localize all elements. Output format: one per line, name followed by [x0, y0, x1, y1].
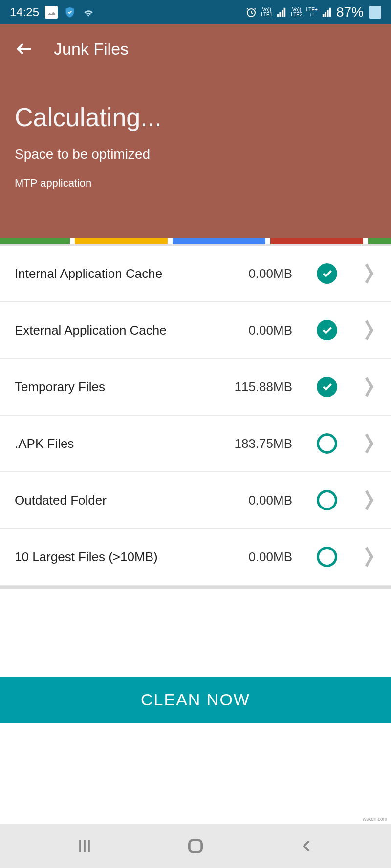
list-item-external-cache[interactable]: External Application Cache 0.00MB	[0, 302, 391, 359]
shield-icon	[64, 6, 76, 19]
scan-detail: MTP application	[15, 177, 376, 190]
junk-list: Internal Application Cache 0.00MB Extern…	[0, 246, 391, 586]
item-label: Temporary Files	[15, 380, 219, 395]
list-item-internal-cache[interactable]: Internal Application Cache 0.00MB	[0, 246, 391, 302]
checkbox[interactable]	[317, 547, 337, 567]
strip-segment	[368, 238, 391, 244]
item-size: 115.88MB	[229, 380, 292, 395]
alarm-icon	[245, 6, 257, 18]
chevron-right-icon[interactable]	[362, 318, 376, 342]
nav-home-button[interactable]	[176, 834, 215, 858]
list-item-apk-files[interactable]: .APK Files 183.75MB	[0, 416, 391, 472]
status-bar: 14:25 Vo)) LTE1 Vo)) LTE2 LTE+ ↓↑ 87%	[0, 0, 391, 24]
item-label: 10 Largest Files (>10MB)	[15, 550, 219, 565]
signal2-icon	[322, 7, 332, 18]
nav-recent-button[interactable]	[65, 834, 104, 858]
clean-now-button[interactable]: CLEAN NOW	[0, 677, 391, 723]
list-item-temp-files[interactable]: Temporary Files 115.88MB	[0, 359, 391, 416]
sim2-indicator: Vo)) LTE2	[291, 7, 302, 17]
battery-percent: 87%	[336, 4, 364, 20]
watermark: wsxdn.com	[363, 816, 387, 822]
battery-icon	[369, 6, 381, 19]
item-size: 0.00MB	[229, 323, 292, 338]
chevron-right-icon[interactable]	[362, 261, 376, 286]
item-label: .APK Files	[15, 436, 219, 451]
list-item-largest-files[interactable]: 10 Largest Files (>10MB) 0.00MB	[0, 529, 391, 586]
item-label: Internal Application Cache	[15, 266, 219, 281]
svg-rect-0	[46, 7, 56, 17]
page-title: Junk Files	[54, 40, 129, 59]
app-bar: Junk Files	[15, 39, 376, 59]
strip-segment	[75, 238, 168, 244]
status-time: 14:25	[10, 5, 39, 19]
wifi-icon	[82, 6, 95, 19]
svg-rect-2	[189, 840, 201, 852]
progress-strip	[0, 238, 391, 244]
chevron-right-icon[interactable]	[362, 545, 376, 569]
check-icon	[321, 381, 333, 393]
strip-segment	[173, 238, 265, 244]
signal1-icon	[276, 7, 287, 18]
checkbox[interactable]	[317, 320, 337, 340]
subtitle: Space to be optimized	[15, 147, 376, 162]
item-label: External Application Cache	[15, 323, 219, 338]
item-size: 183.75MB	[229, 436, 292, 451]
item-size: 0.00MB	[229, 550, 292, 565]
check-icon	[321, 324, 333, 337]
nav-back-button[interactable]	[287, 834, 326, 858]
strip-segment	[270, 238, 363, 244]
checkbox[interactable]	[317, 377, 337, 397]
check-icon	[321, 267, 333, 280]
back-arrow-icon[interactable]	[15, 39, 34, 59]
chevron-right-icon[interactable]	[362, 431, 376, 456]
checkbox[interactable]	[317, 263, 337, 284]
status-right: Vo)) LTE1 Vo)) LTE2 LTE+ ↓↑ 87%	[245, 4, 381, 20]
lte-indicator: LTE+ ↓↑	[306, 7, 318, 17]
strip-segment	[0, 238, 70, 244]
list-end-divider	[0, 586, 391, 589]
status-left: 14:25	[10, 5, 95, 19]
checkbox[interactable]	[317, 433, 337, 454]
chevron-right-icon[interactable]	[362, 375, 376, 399]
sim1-indicator: Vo)) LTE1	[261, 7, 272, 17]
item-size: 0.00MB	[229, 266, 292, 281]
item-size: 0.00MB	[229, 493, 292, 508]
nav-bar	[0, 824, 391, 868]
item-label: Outdated Folder	[15, 493, 219, 508]
checkbox[interactable]	[317, 490, 337, 510]
calculating-status: Calculating...	[15, 103, 376, 132]
list-item-outdated-folder[interactable]: Outdated Folder 0.00MB	[0, 472, 391, 529]
header: Junk Files Calculating... Space to be op…	[0, 24, 391, 238]
chevron-right-icon[interactable]	[362, 488, 376, 512]
image-icon	[45, 6, 58, 19]
